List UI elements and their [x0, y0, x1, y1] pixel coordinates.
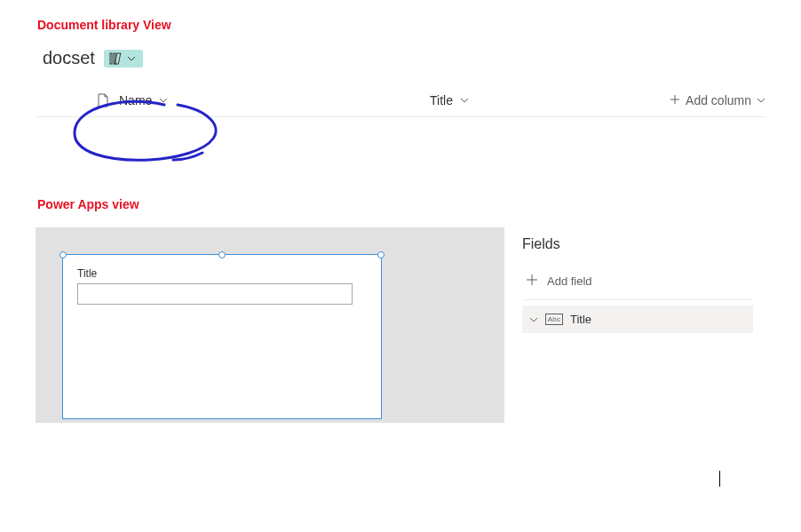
document-icon	[97, 93, 109, 107]
plus-icon	[670, 93, 680, 107]
field-item-label: Title	[570, 313, 591, 326]
tiles-icon	[109, 52, 123, 65]
add-column-button[interactable]: Add column	[670, 93, 765, 107]
doc-view-heading: Document library View	[37, 18, 801, 32]
resize-handle-top-center[interactable]	[218, 251, 226, 258]
column-header-name[interactable]: Name	[119, 93, 403, 107]
chevron-down-icon	[460, 98, 469, 103]
fields-pane: Fields Add field Abc Title	[522, 227, 753, 423]
field-item-title[interactable]: Abc Title	[522, 306, 753, 333]
svg-rect-0	[110, 53, 112, 64]
form-field-input-title[interactable]	[77, 283, 353, 305]
resize-handle-top-left[interactable]	[59, 251, 67, 258]
text-type-icon: Abc	[545, 314, 563, 325]
fields-pane-heading: Fields	[522, 236, 753, 252]
powerapps-canvas[interactable]: Title	[36, 227, 504, 423]
col-doctype-icon[interactable]	[87, 93, 119, 107]
chevron-down-icon	[127, 56, 136, 61]
chevron-down-icon	[159, 98, 168, 103]
form-card-selected[interactable]: Title	[62, 254, 382, 419]
chevron-down-icon	[529, 317, 538, 322]
column-header-title[interactable]: Title	[403, 93, 670, 107]
add-field-button[interactable]: Add field	[522, 268, 753, 300]
document-library-section: Document library View docset Name	[0, 18, 801, 117]
view-switcher-dropdown[interactable]	[104, 50, 143, 67]
powerapps-view-heading: Power Apps view	[37, 197, 801, 211]
add-column-label: Add column	[686, 93, 751, 107]
column-title-label: Title	[430, 93, 453, 107]
columns-header-row: Name Title Add column	[36, 84, 765, 117]
plus-icon	[526, 274, 538, 289]
add-field-label: Add field	[547, 274, 592, 288]
powerapps-section: Title Fields Add field Abc Title	[36, 227, 765, 423]
library-header: docset	[43, 48, 801, 68]
form-field-label-title: Title	[77, 267, 367, 280]
column-name-label: Name	[119, 93, 152, 107]
chevron-down-icon	[757, 98, 765, 103]
library-name: docset	[43, 48, 95, 68]
resize-handle-top-right[interactable]	[377, 251, 385, 258]
